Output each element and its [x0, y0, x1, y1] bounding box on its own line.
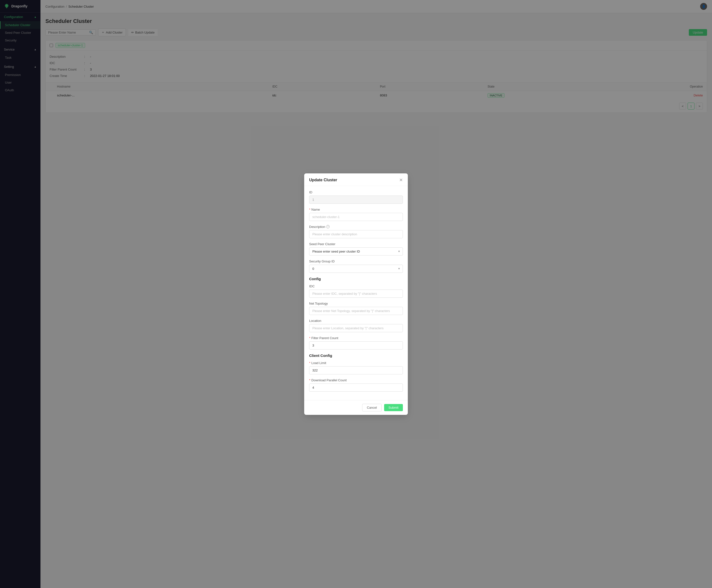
form-group-filter-parent-count: * Filter Parent Count — [309, 336, 403, 350]
update-cluster-modal: Update Cluster ✕ ID * Name Description ? — [304, 173, 408, 415]
form-group-location: Location — [309, 319, 403, 332]
modal-footer: Cancel Submit — [304, 400, 408, 415]
filter-parent-required-star: * — [309, 336, 310, 340]
modal-body: ID * Name Description ? Seed Peer Cluste… — [304, 186, 408, 400]
form-group-net-topology: Net Topology — [309, 302, 403, 315]
modal-header: Update Cluster ✕ — [304, 173, 408, 186]
net-topology-input[interactable] — [309, 307, 403, 315]
form-group-id: ID — [309, 190, 403, 204]
download-parallel-count-label: * Download Parallel Count — [309, 378, 403, 382]
filter-parent-count-form-label: * Filter Parent Count — [309, 336, 403, 340]
form-group-security-group-id: Security Group ID 0 ▼ — [309, 259, 403, 273]
download-parallel-count-input[interactable] — [309, 383, 403, 392]
idc-form-label: IDC — [309, 285, 403, 288]
load-limit-label: * Load Limit — [309, 361, 403, 365]
name-label: * Name — [309, 208, 403, 211]
name-required-star: * — [309, 208, 310, 211]
form-group-seed-peer-cluster: Seed Peer Cluster Please enter seed peer… — [309, 242, 403, 255]
form-group-load-limit: * Load Limit — [309, 361, 403, 374]
form-group-idc: IDC — [309, 285, 403, 298]
location-input[interactable] — [309, 324, 403, 332]
idc-input[interactable] — [309, 290, 403, 298]
modal-close-button[interactable]: ✕ — [399, 178, 403, 182]
form-group-download-parallel-count: * Download Parallel Count — [309, 378, 403, 392]
download-parallel-required-star: * — [309, 378, 310, 382]
security-group-id-label: Security Group ID — [309, 259, 403, 263]
form-group-description: Description ? — [309, 225, 403, 238]
seed-peer-cluster-select-wrapper: Please enter seed peer cluster ID ▼ — [309, 247, 403, 255]
description-label: Description ? — [309, 225, 403, 229]
id-label: ID — [309, 190, 403, 194]
id-input[interactable] — [309, 195, 403, 204]
seed-peer-cluster-label: Seed Peer Cluster — [309, 242, 403, 246]
security-group-select-wrapper: 0 ▼ — [309, 265, 403, 273]
filter-parent-count-input[interactable] — [309, 341, 403, 350]
name-input[interactable] — [309, 213, 403, 221]
description-help-icon[interactable]: ? — [326, 225, 330, 228]
modal-title: Update Cluster — [309, 178, 337, 182]
load-limit-required-star: * — [309, 361, 310, 365]
form-group-name: * Name — [309, 208, 403, 221]
net-topology-label: Net Topology — [309, 302, 403, 305]
security-group-id-select[interactable]: 0 — [309, 265, 403, 273]
submit-button[interactable]: Submit — [384, 404, 403, 411]
config-section-title: Config — [309, 277, 403, 281]
location-label: Location — [309, 319, 403, 322]
client-config-section-title: Client Config — [309, 353, 403, 358]
cancel-button[interactable]: Cancel — [362, 404, 381, 412]
modal-overlay: Update Cluster ✕ ID * Name Description ? — [0, 0, 712, 588]
description-input[interactable] — [309, 230, 403, 238]
seed-peer-cluster-select[interactable]: Please enter seed peer cluster ID — [309, 247, 403, 255]
load-limit-input[interactable] — [309, 366, 403, 374]
